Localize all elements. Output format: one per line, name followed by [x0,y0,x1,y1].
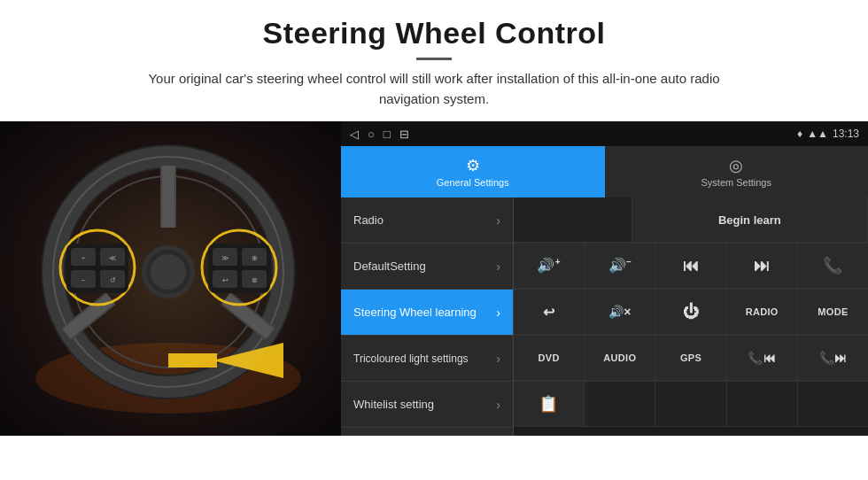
empty-slot-4 [727,382,798,427]
tab-system-settings[interactable]: ◎ System Settings [605,146,869,197]
control-row-4: DVD AUDIO GPS 📞⏮ 📞⏭ [514,336,868,382]
title-divider [416,58,452,60]
back-button[interactable]: ◁ [350,128,359,141]
menu-whitelist-label: Whitelist setting [353,398,434,411]
prev-track-button[interactable]: ⏮ [655,244,726,289]
page-header: Steering Wheel Control Your original car… [0,0,868,120]
signal-icon: ▲▲ [807,128,828,140]
control-row-2: 🔊+ 🔊− ⏮ ⏭ 📞 [514,244,868,290]
radio-label: RADIO [746,306,779,317]
general-settings-icon: ⚙ [466,156,480,175]
audio-button[interactable]: AUDIO [585,336,655,381]
gps-button[interactable]: GPS [655,336,726,381]
power-button[interactable]: ⏻ [655,290,726,335]
tab-bar: ⚙ General Settings ◎ System Settings [341,146,868,197]
svg-point-13 [151,254,186,290]
menu-item-tricoloured-light[interactable]: Tricoloured light settings › [341,336,513,382]
steering-wheel-image: + ≪ − ↺ ≫ ⊕ ↩ ⊗ [18,130,319,431]
mute-icon: 🔊× [608,305,632,319]
empty-slot-1 [514,197,632,243]
volume-down-button[interactable]: 🔊− [585,244,655,289]
hang-up-icon: ↩ [543,304,554,321]
menu-radio-label: Radio [353,213,384,227]
svg-text:≪: ≪ [109,254,116,262]
mode-label: MODE [818,306,848,317]
hang-up-button[interactable]: ↩ [514,290,585,335]
next-track-icon: ⏭ [754,257,770,275]
menu-default-chevron: › [496,259,500,274]
dvd-button[interactable]: DVD [514,336,585,381]
svg-text:⊕: ⊕ [252,254,258,262]
radio-button[interactable]: RADIO [727,290,798,335]
menu-steering-chevron: › [496,306,500,320]
menu-whitelist-chevron: › [496,398,500,412]
empty-slot-3 [655,382,726,427]
recent-button[interactable]: □ [384,128,391,141]
next-track-button[interactable]: ⏭ [727,244,798,289]
call-prev-icon: 📞⏮ [748,351,776,365]
control-row-1: Begin learn [514,197,868,244]
status-bar-info: ♦ ▲▲ 13:13 [797,128,859,140]
volume-up-icon: 🔊+ [537,257,560,274]
call-button[interactable]: 📞 [798,244,868,289]
svg-text:+: + [81,254,86,262]
svg-text:↩: ↩ [222,276,229,284]
call-next-button[interactable]: 📞⏭ [798,336,868,381]
status-bar-nav: ◁ ○ □ ⊟ [350,128,409,141]
empty-slot-5 [798,382,868,427]
steering-wheel-background: + ≪ − ↺ ≫ ⊕ ↩ ⊗ [0,121,341,436]
android-panel: ◁ ○ □ ⊟ ♦ ▲▲ 13:13 ⚙ General Settings ◎ … [341,121,868,436]
extra-button[interactable]: ⊟ [399,128,409,141]
empty-slot-2 [585,382,655,427]
power-icon: ⏻ [683,303,699,321]
home-button[interactable]: ○ [368,128,375,141]
tab-general-label: General Settings [437,177,509,188]
menu-item-steering-wheel-learning[interactable]: Steering Wheel learning › [341,290,513,336]
control-panel: Begin learn 🔊+ 🔊− ⏮ ⏭ [514,197,868,436]
menu-radio-chevron: › [496,213,500,228]
volume-down-icon: 🔊− [608,257,632,274]
menu-tricoloured-chevron: › [496,352,500,366]
page-title: Steering Wheel Control [18,16,850,50]
status-bar: ◁ ○ □ ⊟ ♦ ▲▲ 13:13 [341,121,868,146]
page-subtitle: Your original car's steering wheel contr… [124,69,744,109]
svg-rect-35 [168,353,217,368]
main-content: + ≪ − ↺ ≫ ⊕ ↩ ⊗ [0,121,868,436]
call-next-icon: 📞⏭ [819,351,848,365]
control-row-5: 📋 [514,382,868,427]
mode-button[interactable]: MODE [798,290,868,335]
mute-button[interactable]: 🔊× [585,290,655,335]
svg-text:≫: ≫ [221,254,229,262]
tab-system-label: System Settings [701,177,771,188]
audio-label: AUDIO [603,352,636,363]
volume-up-button[interactable]: 🔊+ [514,244,585,289]
tab-general-settings[interactable]: ⚙ General Settings [341,146,605,197]
menu-item-radio[interactable]: Radio › [341,197,513,244]
photo-panel: + ≪ − ↺ ≫ ⊕ ↩ ⊗ [0,121,341,436]
menu-tricoloured-label: Tricoloured light settings [353,352,469,365]
dvd-label: DVD [539,352,560,363]
settings-main-area: Radio › DefaultSetting › Steering Wheel … [341,197,868,436]
begin-learn-button[interactable]: Begin learn [632,197,868,243]
call-prev-button[interactable]: 📞⏮ [727,336,798,381]
settings-menu: Radio › DefaultSetting › Steering Wheel … [341,197,514,436]
gps-label: GPS [680,352,701,363]
svg-text:↺: ↺ [110,276,116,284]
menu-item-default-setting[interactable]: DefaultSetting › [341,244,513,290]
svg-text:⊗: ⊗ [252,276,258,284]
svg-text:−: − [81,276,86,284]
list-icon: 📋 [539,394,558,414]
menu-steering-label: Steering Wheel learning [353,306,477,319]
menu-default-label: DefaultSetting [353,259,426,273]
clock: 13:13 [833,128,859,140]
control-row-3: ↩ 🔊× ⏻ RADIO MODE [514,290,868,336]
location-icon: ♦ [797,128,802,140]
system-settings-icon: ◎ [729,156,743,175]
prev-track-icon: ⏮ [683,257,699,275]
menu-item-whitelist[interactable]: Whitelist setting › [341,382,513,428]
list-button[interactable]: 📋 [514,382,585,427]
call-icon: 📞 [823,256,842,275]
